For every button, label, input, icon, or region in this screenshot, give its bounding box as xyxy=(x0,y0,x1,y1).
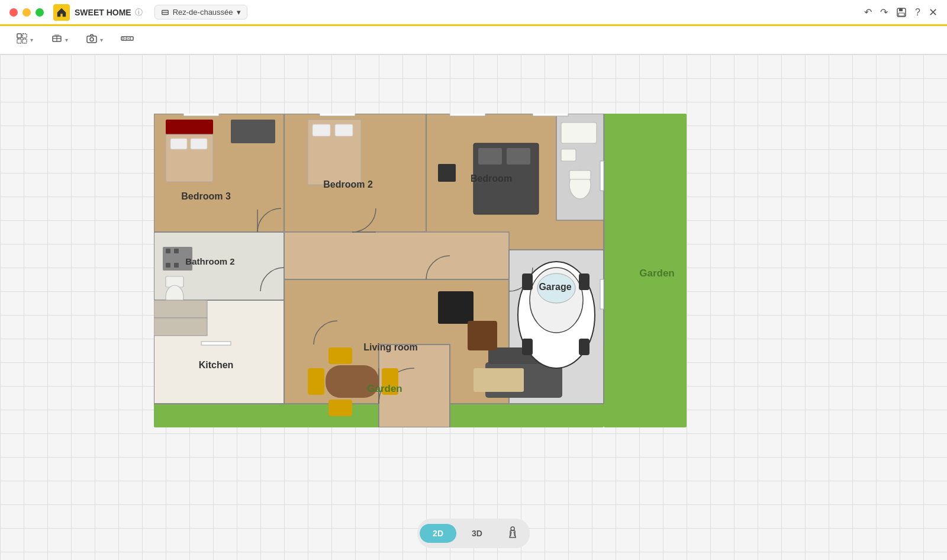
svg-rect-54 xyxy=(478,148,502,165)
svg-rect-74 xyxy=(154,318,207,336)
close-traffic-light[interactable] xyxy=(9,8,18,17)
maximize-traffic-light[interactable] xyxy=(36,8,44,17)
svg-rect-71 xyxy=(328,347,352,364)
svg-rect-52 xyxy=(335,124,353,136)
svg-rect-64 xyxy=(166,249,170,253)
svg-rect-7 xyxy=(17,39,21,43)
furniture-tool-button[interactable]: ▾ xyxy=(44,28,75,52)
title-bar: SWEET HOME ⓘ Rez-de-chaussée ▾ ↶ ↷ ? ✕ xyxy=(0,0,947,26)
floor-selector[interactable]: Rez-de-chaussée ▾ xyxy=(154,5,247,20)
furniture-icon xyxy=(51,33,63,47)
svg-point-14 xyxy=(90,38,94,41)
app-title: SWEET HOME xyxy=(75,8,131,17)
view-2d-button[interactable]: 2D xyxy=(420,524,456,543)
svg-rect-55 xyxy=(507,148,530,165)
svg-rect-40 xyxy=(533,114,568,116)
svg-rect-67 xyxy=(174,263,179,268)
svg-text:Garage: Garage xyxy=(539,282,571,292)
svg-rect-43 xyxy=(201,342,231,345)
floor-icon xyxy=(161,8,169,17)
undo-button[interactable]: ↶ xyxy=(864,7,872,18)
svg-text:Kitchen: Kitchen xyxy=(199,360,234,370)
svg-rect-72 xyxy=(328,400,352,416)
svg-rect-65 xyxy=(174,249,179,253)
svg-rect-13 xyxy=(87,36,96,43)
svg-text:Bedroom: Bedroom xyxy=(471,173,512,184)
svg-text:Bedroom 3: Bedroom 3 xyxy=(181,191,231,201)
measure-icon xyxy=(121,33,134,47)
svg-rect-66 xyxy=(166,263,170,268)
svg-rect-39 xyxy=(450,114,485,116)
close-button[interactable]: ✕ xyxy=(929,6,938,19)
help-button[interactable]: ? xyxy=(915,7,920,18)
canvas-area[interactable]: Bedroom 3 Bedroom 2 Bedroom Bathroom 2 K… xyxy=(0,54,947,560)
svg-rect-8 xyxy=(22,39,27,43)
svg-rect-41 xyxy=(600,161,604,191)
svg-rect-57 xyxy=(561,123,597,143)
svg-rect-59 xyxy=(569,170,591,179)
floor-label: Rez-de-chaussée xyxy=(173,8,233,17)
view-3d-button[interactable]: 3D xyxy=(459,524,495,543)
info-icon[interactable]: ⓘ xyxy=(135,7,143,18)
svg-rect-12 xyxy=(54,34,59,36)
svg-rect-47 xyxy=(170,139,187,149)
svg-rect-85 xyxy=(579,339,590,355)
camera-tool-arrow: ▾ xyxy=(100,37,103,43)
svg-rect-5 xyxy=(17,34,21,38)
camera-icon xyxy=(86,33,98,47)
toolbar: ▾ ▾ ▾ xyxy=(0,26,947,54)
svg-rect-4 xyxy=(898,13,904,16)
header-right: ↶ ↷ ? ✕ xyxy=(864,6,938,19)
svg-rect-69 xyxy=(308,368,324,395)
app-logo xyxy=(53,4,70,21)
svg-rect-51 xyxy=(313,124,330,136)
svg-text:Garden: Garden xyxy=(639,268,675,279)
svg-rect-56 xyxy=(438,164,456,182)
redo-button[interactable]: ↷ xyxy=(880,7,888,18)
svg-rect-78 xyxy=(468,321,497,350)
camera-tool-button[interactable]: ▾ xyxy=(79,28,109,52)
traffic-lights xyxy=(9,8,44,17)
walkthrough-icon[interactable] xyxy=(498,521,527,546)
select-icon xyxy=(16,33,28,47)
select-tool-arrow: ▾ xyxy=(30,37,33,43)
svg-rect-37 xyxy=(183,114,219,116)
chevron-down-icon: ▾ xyxy=(237,8,241,17)
furniture-tool-arrow: ▾ xyxy=(65,37,68,43)
save-button[interactable] xyxy=(896,7,907,18)
svg-text:Garden: Garden xyxy=(367,383,402,394)
svg-rect-60 xyxy=(561,149,576,161)
svg-rect-28 xyxy=(284,232,509,279)
minimize-traffic-light[interactable] xyxy=(22,8,31,17)
svg-rect-82 xyxy=(522,273,533,290)
svg-text:Living room: Living room xyxy=(363,342,418,352)
select-tool-button[interactable]: ▾ xyxy=(9,28,40,52)
svg-rect-79 xyxy=(474,368,524,392)
svg-rect-45 xyxy=(166,120,213,134)
svg-rect-38 xyxy=(320,114,355,116)
svg-text:Bedroom 2: Bedroom 2 xyxy=(323,179,373,189)
measure-tool-button[interactable] xyxy=(114,28,140,52)
svg-rect-84 xyxy=(522,339,533,355)
svg-rect-48 xyxy=(191,139,207,149)
svg-rect-83 xyxy=(579,273,590,290)
svg-rect-6 xyxy=(22,34,27,38)
svg-rect-49 xyxy=(231,120,275,143)
svg-text:Bathroom 2: Bathroom 2 xyxy=(185,256,234,266)
svg-rect-73 xyxy=(154,300,207,318)
bottom-bar: 2D 3D xyxy=(417,519,530,548)
svg-rect-3 xyxy=(899,8,903,11)
svg-rect-75 xyxy=(438,291,474,324)
floor-plan: Bedroom 3 Bedroom 2 Bedroom Bathroom 2 K… xyxy=(154,114,687,427)
svg-point-96 xyxy=(511,527,514,530)
svg-rect-42 xyxy=(600,279,604,309)
